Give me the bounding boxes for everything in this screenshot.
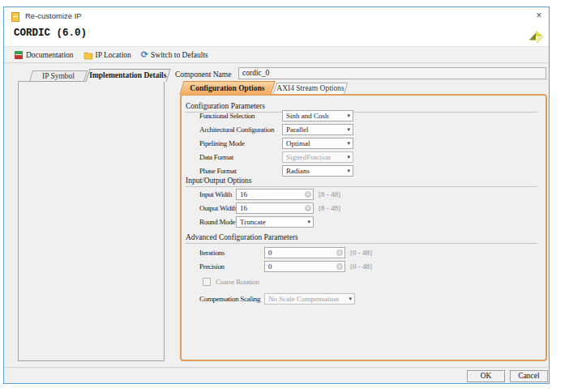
- pipelining-mode-dropdown[interactable]: Optimal ▾: [282, 138, 353, 149]
- precision-value: 0: [268, 262, 272, 271]
- documentation-label: Documentation: [26, 51, 74, 59]
- clear-icon[interactable]: ×: [305, 205, 311, 211]
- clear-icon[interactable]: ×: [336, 249, 343, 256]
- window-title: Re-customize IP: [25, 11, 82, 20]
- switch-to-defaults-button[interactable]: ⟳ Switch to Defaults: [138, 50, 212, 60]
- precision-label: Precision: [199, 261, 225, 272]
- ip-location-label: IP Location: [96, 51, 131, 59]
- chevron-down-icon: ▾: [347, 138, 350, 148]
- tab-axi4-stream-options-label: AXI4 Stream Options: [276, 83, 345, 94]
- architectural-configuration-label: Architectural Configuration: [199, 124, 274, 135]
- compensation-scaling-value: No Scale Compensation: [268, 295, 339, 303]
- iterations-range: [0 - 48]: [350, 247, 372, 258]
- switch-to-defaults-label: Switch to Defaults: [151, 51, 208, 59]
- iterations-value: 0: [268, 249, 272, 257]
- implementation-details-panel: [18, 81, 165, 361]
- phase-format-dropdown[interactable]: Radians ▾: [282, 165, 353, 177]
- data-format-dropdown: SignedFraction ▾: [282, 151, 353, 163]
- chevron-down-icon: ▾: [347, 166, 350, 176]
- refresh-icon: ⟳: [141, 50, 148, 60]
- round-mode-value: Truncate: [240, 218, 266, 226]
- data-format-value: SignedFraction: [286, 153, 331, 161]
- phase-format-label: Phase Format: [199, 165, 237, 177]
- compensation-scaling-dropdown: No Scale Compensation ▾: [264, 293, 355, 305]
- output-width-value: 16: [240, 204, 247, 212]
- tab-implementation-details-label: Implementation Details: [88, 70, 168, 82]
- input-width-range: [8 - 48]: [319, 189, 340, 200]
- dialog-header-area: [4, 7, 549, 46]
- output-width-field[interactable]: 16 ×: [236, 202, 314, 214]
- coarse-rotation-label: Coarse Rotation: [216, 276, 259, 288]
- input-width-label: Input Width: [199, 189, 232, 200]
- chevron-down-icon: ▾: [347, 152, 350, 162]
- chevron-down-icon: ▾: [307, 217, 310, 227]
- xilinx-logo-icon: [526, 28, 547, 45]
- data-format-label: Data Format: [199, 151, 233, 163]
- tab-configuration-options-label: Configuration Options: [182, 82, 272, 95]
- tab-ip-symbol[interactable]: IP Symbol: [29, 70, 88, 82]
- advanced-parameters-heading: Advanced Configuration Parameters: [186, 233, 537, 244]
- ip-location-button[interactable]: IP Location: [80, 50, 135, 60]
- chevron-down-icon: ▾: [347, 111, 350, 121]
- pipelining-mode-label: Pipelining Mode: [199, 138, 245, 149]
- io-options-heading: Input/Output Options: [186, 177, 537, 187]
- clear-icon[interactable]: ×: [336, 263, 343, 270]
- footer-divider: [4, 367, 549, 368]
- component-name-input[interactable]: cordic_0: [238, 67, 546, 79]
- clear-icon[interactable]: ×: [305, 191, 311, 198]
- iterations-label: Iterations: [199, 247, 225, 258]
- functional-selection-value: Sinh and Cosh: [286, 112, 329, 120]
- iterations-field[interactable]: 0 ×: [264, 247, 345, 258]
- precision-field[interactable]: 0 ×: [264, 261, 345, 272]
- compensation-scaling-label: Compensation Scaling: [199, 293, 260, 305]
- functional-selection-label: Functional Selection: [199, 110, 255, 121]
- round-mode-label: Round Mode: [199, 216, 235, 228]
- tab-implementation-details[interactable]: Implementation Details: [85, 69, 170, 82]
- phase-format-value: Radians: [286, 167, 310, 175]
- pipelining-mode-value: Optimal: [286, 139, 310, 147]
- documentation-button[interactable]: Documentation: [11, 50, 77, 60]
- architectural-configuration-value: Parallel: [286, 126, 309, 134]
- ok-button[interactable]: OK: [467, 370, 505, 382]
- tab-configuration-options[interactable]: Configuration Options: [179, 81, 276, 95]
- tab-axi4-stream-options[interactable]: AXI4 Stream Options: [273, 83, 349, 95]
- ip-product-title: CORDIC (6.0): [14, 28, 87, 39]
- close-icon[interactable]: ×: [533, 10, 545, 23]
- input-width-value: 16: [240, 190, 247, 198]
- chevron-down-icon: ▾: [349, 294, 352, 304]
- output-width-range: [8 - 48]: [319, 202, 340, 214]
- cancel-button[interactable]: Cancel: [510, 370, 548, 382]
- tab-ip-symbol-label: IP Symbol: [32, 71, 85, 81]
- window-ip-icon: [11, 12, 19, 22]
- component-name-label: Component Name: [175, 70, 231, 79]
- toolbar: Documentation IP Location ⟳ Switch to De…: [4, 46, 549, 63]
- folder-icon: [83, 50, 93, 60]
- chevron-down-icon: ▾: [347, 125, 350, 134]
- documentation-book-icon: [14, 50, 24, 60]
- input-width-field[interactable]: 16 ×: [236, 189, 314, 200]
- coarse-rotation-checkbox: [203, 278, 211, 286]
- precision-range: [0 - 48]: [350, 261, 372, 272]
- functional-selection-dropdown[interactable]: Sinh and Cosh ▾: [282, 110, 353, 121]
- recustomize-ip-dialog: Re-customize IP × CORDIC (6.0) Documenta…: [3, 6, 550, 384]
- output-width-label: Output Width: [199, 202, 237, 214]
- round-mode-dropdown[interactable]: Truncate ▾: [236, 216, 314, 228]
- architectural-configuration-dropdown[interactable]: Parallel ▾: [282, 124, 353, 135]
